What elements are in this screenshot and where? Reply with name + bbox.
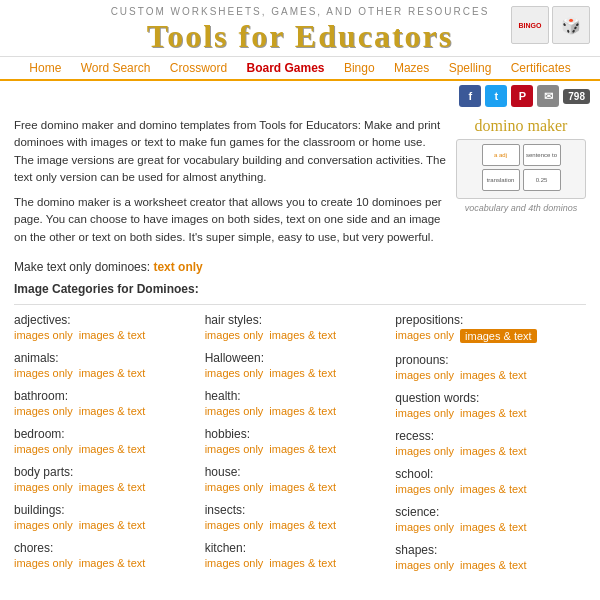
category-name: hobbies: [205,427,388,441]
category-link[interactable]: images only [14,329,73,341]
category-link[interactable]: images only [395,445,454,457]
category-link[interactable]: images & text [460,521,527,533]
category-link[interactable]: images only [205,557,264,569]
category-col-3: prepositions:images onlyimages & textpro… [395,313,586,581]
facebook-button[interactable]: f [459,85,481,107]
category-link[interactable]: images only [205,367,264,379]
category-link[interactable]: images & text [460,483,527,495]
category-name: bathroom: [14,389,197,403]
category-links: images onlyimages & text [395,329,578,343]
category-links: images onlyimages & text [205,519,388,531]
category-link[interactable]: images & text [460,329,537,343]
category-item: question words:images onlyimages & text [395,391,578,419]
category-link[interactable]: images & text [269,443,336,455]
nav-bingo[interactable]: Bingo [344,61,375,75]
nav-home[interactable]: Home [29,61,61,75]
nav-spelling[interactable]: Spelling [449,61,492,75]
category-links: images onlyimages & text [14,405,197,417]
category-name: question words: [395,391,578,405]
category-item: kitchen:images onlyimages & text [205,541,388,569]
social-count: 798 [563,89,590,104]
category-link[interactable]: images & text [79,519,146,531]
domino-preview: a adj sentence to translation 0.25 [456,139,586,199]
category-links: images onlyimages & text [14,557,197,569]
category-item: insects:images onlyimages & text [205,503,388,531]
category-link[interactable]: images only [205,519,264,531]
category-link[interactable]: images only [205,405,264,417]
category-link[interactable]: images & text [269,519,336,531]
category-link[interactable]: images only [14,557,73,569]
category-item: hair styles:images onlyimages & text [205,313,388,341]
text-only-link[interactable]: text only [153,260,202,274]
category-link[interactable]: images only [14,367,73,379]
domino-tile-4: 0.25 [523,169,561,191]
category-link[interactable]: images only [14,405,73,417]
category-link[interactable]: images & text [269,329,336,341]
category-link[interactable]: images & text [79,329,146,341]
category-link[interactable]: images only [395,483,454,495]
nav-wordsearch[interactable]: Word Search [81,61,151,75]
category-item: adjectives:images onlyimages & text [14,313,197,341]
intro-p1: Free domino maker and domino templates f… [14,117,446,186]
category-link[interactable]: images only [395,407,454,419]
category-links: images onlyimages & text [205,405,388,417]
category-item: school:images onlyimages & text [395,467,578,495]
twitter-button[interactable]: t [485,85,507,107]
category-link[interactable]: images only [395,559,454,571]
email-button[interactable]: ✉ [537,85,559,107]
category-name: animals: [14,351,197,365]
nav-boardgames[interactable]: Board Games [247,61,325,75]
category-link[interactable]: images & text [79,443,146,455]
category-link[interactable]: images only [205,443,264,455]
category-links: images onlyimages & text [205,481,388,493]
category-link[interactable]: images & text [79,481,146,493]
social-bar: f t P ✉ 798 [0,81,600,111]
nav-crossword[interactable]: Crossword [170,61,227,75]
category-link[interactable]: images & text [460,407,527,419]
header-game-box: 🎲 [552,6,590,44]
category-link[interactable]: images & text [460,559,527,571]
category-link[interactable]: images only [395,369,454,381]
category-link[interactable]: images only [14,481,73,493]
category-link[interactable]: images only [14,519,73,531]
category-links: images onlyimages & text [14,519,197,531]
category-link[interactable]: images only [205,329,264,341]
category-item: Halloween:images onlyimages & text [205,351,388,379]
category-link[interactable]: images & text [79,367,146,379]
intro-text: Free domino maker and domino templates f… [14,117,446,254]
category-name: kitchen: [205,541,388,555]
category-link[interactable]: images & text [269,557,336,569]
domino-tile-2: sentence to [523,144,561,166]
domino-section: Make text only dominoes: text only Image… [0,260,600,587]
category-name: science: [395,505,578,519]
category-link[interactable]: images & text [269,405,336,417]
category-links: images onlyimages & text [205,329,388,341]
category-link[interactable]: images & text [460,369,527,381]
category-link[interactable]: images only [14,443,73,455]
category-item: bedroom:images onlyimages & text [14,427,197,455]
category-link[interactable]: images & text [79,557,146,569]
category-name: chores: [14,541,197,555]
category-link[interactable]: images & text [269,481,336,493]
category-name: pronouns: [395,353,578,367]
category-link[interactable]: images & text [460,445,527,457]
category-link[interactable]: images only [395,521,454,533]
section-divider [14,304,586,305]
nav-mazes[interactable]: Mazes [394,61,429,75]
domino-maker-title: domino maker [456,117,586,135]
domino-row-1: a adj sentence to [461,144,581,166]
category-links: images onlyimages & text [14,367,197,379]
category-name: prepositions: [395,313,578,327]
category-link[interactable]: images only [205,481,264,493]
category-name: shapes: [395,543,578,557]
pinterest-button[interactable]: P [511,85,533,107]
site-title: Tools for Educators [0,19,600,54]
category-link[interactable]: images & text [79,405,146,417]
category-item: science:images onlyimages & text [395,505,578,533]
category-name: health: [205,389,388,403]
category-link[interactable]: images & text [269,367,336,379]
nav-certificates[interactable]: Certificates [511,61,571,75]
category-link[interactable]: images only [395,329,454,343]
header-images: BINGO 🎲 [511,6,590,44]
category-name: hair styles: [205,313,388,327]
